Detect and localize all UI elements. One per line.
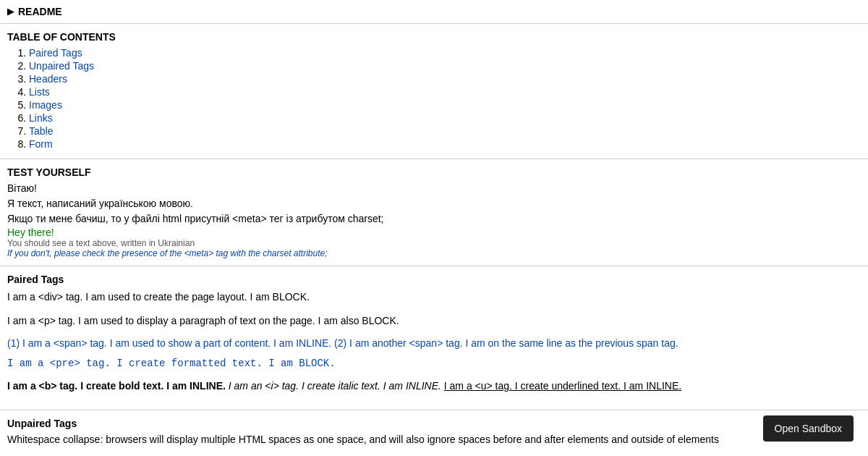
bold-tag-text: I am a <b> tag. I create bold text. I am… — [7, 380, 226, 392]
hey-there-text: Hey there! — [7, 227, 861, 238]
toc-link-table[interactable]: Table — [29, 125, 53, 137]
open-sandbox-button[interactable]: Open Sandbox — [763, 415, 854, 442]
paired-tags-section: Paired Tags I am a <div> tag. I am used … — [0, 266, 868, 410]
unpaired-tags-title: Unpaired Tags — [7, 418, 861, 429]
paired-tags-title: Paired Tags — [7, 274, 861, 285]
toc-link-form[interactable]: Form — [29, 138, 53, 150]
list-item: Unpaired Tags — [29, 60, 861, 72]
ukrainian-greeting: Вітаю! — [7, 181, 861, 196]
test-section: TEST YOURSELF Вітаю! Я текст, написаний … — [0, 159, 868, 266]
test-title: TEST YOURSELF — [7, 166, 861, 178]
inline-tags-description: I am a <b> tag. I create bold text. I am… — [7, 378, 861, 394]
readme-title: README — [18, 6, 62, 17]
div-tag-description: I am a <div> tag. I am used to create th… — [7, 290, 861, 305]
readme-header[interactable]: ▶ README — [7, 6, 861, 17]
toc-list: Paired Tags Unpaired Tags Headers Lists … — [29, 47, 861, 150]
pre-tag-description: I am a <pre> tag. I create formatted tex… — [7, 358, 861, 369]
toc-link-lists[interactable]: Lists — [29, 86, 50, 98]
toc-section: TABLE OF CONTENTS Paired Tags Unpaired T… — [0, 24, 868, 159]
ukrainian-line3: Якщо ти мене бачиш, то у файлі html прис… — [7, 211, 861, 227]
ukrainian-line2: Я текст, написаний українською мовою. — [7, 196, 861, 211]
toc-link-headers[interactable]: Headers — [29, 73, 67, 85]
unpaired-tags-text: Whitespace collapse: browsers will displ… — [7, 434, 861, 445]
check-presence-text: If you don't, please check the presence … — [7, 248, 861, 258]
list-item: Form — [29, 138, 861, 150]
readme-section: ▶ README — [0, 0, 868, 24]
toc-link-paired-tags[interactable]: Paired Tags — [29, 47, 82, 59]
underline-tag-text: I am a <u> tag. I create underlined text… — [444, 380, 681, 392]
toc-link-links[interactable]: Links — [29, 112, 53, 124]
should-see-text: You should see a text above, written in … — [7, 238, 861, 248]
toc-title: TABLE OF CONTENTS — [7, 31, 861, 43]
span-tag-description: (1) I am a <span> tag. I am used to show… — [7, 337, 861, 349]
list-item: Lists — [29, 86, 861, 98]
toc-link-images[interactable]: Images — [29, 99, 62, 111]
unpaired-tags-section: Unpaired Tags Whitespace collapse: brows… — [0, 410, 868, 452]
italic-tag-text: I am an <i> tag. I create italic text. I… — [229, 380, 441, 392]
readme-arrow-icon: ▶ — [7, 7, 14, 17]
list-item: Links — [29, 112, 861, 124]
p-tag-description: I am a <p> tag. I am used to display a p… — [7, 313, 861, 329]
toc-link-unpaired-tags[interactable]: Unpaired Tags — [29, 60, 94, 72]
list-item: Images — [29, 99, 861, 111]
list-item: Headers — [29, 73, 861, 85]
list-item: Table — [29, 125, 861, 137]
list-item: Paired Tags — [29, 47, 861, 59]
